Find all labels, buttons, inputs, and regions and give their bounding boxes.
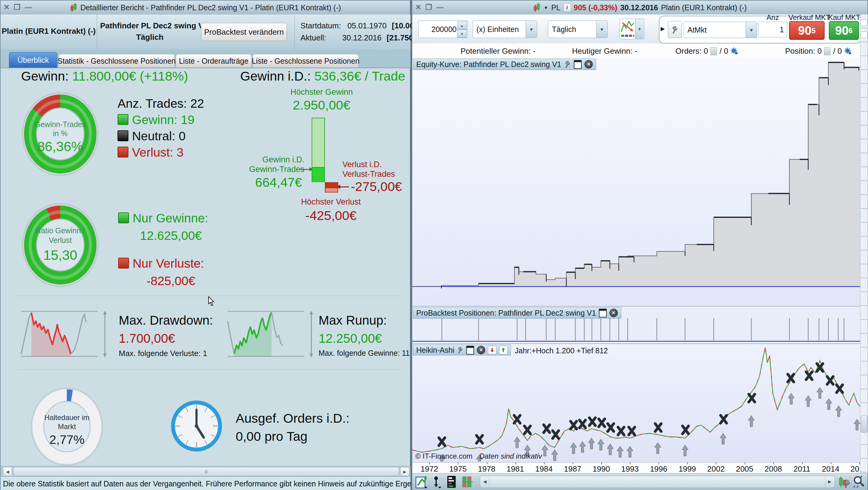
equity-panel[interactable]: Equity-Kurve: Pathfinder PL Dec2 swing V… <box>412 58 860 307</box>
scale-handle[interactable] <box>861 415 867 433</box>
quantity-stepper[interactable]: 200000 ▲ ▼ <box>418 21 468 38</box>
heikin-ashi-chart[interactable] <box>412 344 860 462</box>
ratio-donut <box>18 200 102 290</box>
new-order-icon[interactable] <box>415 475 428 489</box>
donut2-value: 15,30 <box>18 248 102 263</box>
quantity-value[interactable]: 200000 <box>418 21 457 38</box>
tab-geschlossene-positionen[interactable]: Liste - Geschlossene Positionen <box>253 54 359 67</box>
buy-arrow-icon[interactable] <box>499 346 507 354</box>
tab-ueberblick[interactable]: Überblick <box>9 52 57 67</box>
scroll-right-button[interactable]: ▶ <box>400 467 409 476</box>
buy-label: Kauf MKT <box>828 13 858 22</box>
pnl-info-row: Potentieller Gewinn: - Heutiger Gewinn: … <box>412 44 867 58</box>
gear-icon[interactable] <box>731 47 738 55</box>
neutral-legend-swatch <box>118 131 128 141</box>
price-scale-strip[interactable] <box>860 15 868 473</box>
right-arrow-icon: ▶ <box>403 469 406 474</box>
report-titlebar[interactable]: ✕ ❐ — Detaillierter Bericht - Pathfinder… <box>1 1 410 15</box>
scroll-left-button[interactable]: ◀ <box>481 477 490 486</box>
anz-input[interactable]: 1 <box>758 22 787 37</box>
divider <box>97 15 97 50</box>
buy-price-decimal: 6 <box>849 26 852 34</box>
dropdown-button[interactable]: ▼ <box>526 21 537 38</box>
equity-panel-header[interactable]: Equity-Kurve: Pathfinder PL Dec2 swing V… <box>413 59 596 70</box>
report-hscrollbar[interactable]: ◀ ≡ ▶ <box>1 466 410 477</box>
info-icon[interactable]: i <box>564 3 571 12</box>
copyright-text: © IT-Finance.com <box>415 452 472 460</box>
chevron-down-icon[interactable]: ▼ <box>544 5 548 10</box>
dropdown-icon: ▼ <box>638 27 642 31</box>
left-arrow-icon: ◀ <box>6 469 9 474</box>
dropdown-button[interactable]: ▼ <box>746 22 757 38</box>
order-settings-button[interactable] <box>668 21 682 38</box>
gewinn-headline: Gewinn: 11.800,00€ (+118%) <box>19 69 190 84</box>
backtest-settings-icon[interactable] <box>838 475 850 489</box>
heikin-panel-header[interactable]: Heikin-Ashi ✕ <box>413 345 511 355</box>
clock-icon <box>170 400 223 453</box>
candlestick-icon <box>70 3 78 12</box>
year-tick-label: 2014 <box>822 464 839 474</box>
timeframe-dropdown[interactable]: Täglich ▼ <box>548 21 608 38</box>
chart-type-button[interactable]: ▼ <box>620 19 644 39</box>
donut3-label1: Haltedauer im <box>28 413 106 422</box>
positions-panel[interactable]: ProBacktest Positionen: Pathfinder PL De… <box>412 307 860 344</box>
dropdown-button[interactable]: ▼ <box>596 21 607 38</box>
units-dropdown[interactable]: (x) Einheiten ▼ <box>472 21 537 38</box>
down-arrow-icon: ▼ <box>461 32 464 36</box>
detach-window-icon[interactable] <box>574 60 582 69</box>
detach-window-icon[interactable] <box>466 346 474 354</box>
order-list-icon[interactable] <box>710 47 717 55</box>
tab-label: Liste - Geschlossene Positionen <box>252 57 359 65</box>
sell-market-button[interactable]: 905 <box>789 21 825 40</box>
year-tick-label: 1987 <box>564 464 581 474</box>
dropdown-button[interactable]: ▼ <box>635 19 644 39</box>
year-tick-label: 2008 <box>765 464 782 474</box>
tab-statistik[interactable]: Statistik - Geschlossene Positionen <box>59 54 175 67</box>
wrench-icon[interactable] <box>564 61 571 68</box>
close-glyph: ✕ <box>479 347 483 353</box>
scroll-left-button[interactable]: ◀ <box>3 467 12 476</box>
positions-panel-header[interactable]: ProBacktest Positionen: Pathfinder PL De… <box>413 307 621 319</box>
close-icon[interactable]: ✕ <box>477 346 485 354</box>
chart-bottom-toolbar: ◀ ▶ <box>412 473 867 490</box>
window-title: Detaillierter Bericht - Pathfinder PL De… <box>81 3 341 12</box>
info-glyph: i <box>566 4 568 11</box>
chart-hscrollbar[interactable]: ◀ ▶ <box>480 476 835 488</box>
positions-grid-icon[interactable] <box>462 476 474 488</box>
sell-price: 90 <box>798 24 812 37</box>
order-type-dropdown[interactable]: AtMkt ▼ <box>684 22 757 38</box>
close-icon[interactable]: ✕ <box>610 309 618 317</box>
arrow-left-icon <box>340 186 349 188</box>
probacktest-button[interactable]: ProBacktest verändern <box>201 23 287 41</box>
stepper-down-button[interactable]: ▼ <box>457 30 467 38</box>
scale-option-box[interactable] <box>861 31 867 38</box>
equity-panel-title: Equity-Kurve: Pathfinder PL Dec2 swing V… <box>416 60 561 69</box>
heikin-ashi-panel[interactable]: Heikin-Ashi ✕ Jahr:+Hoch 1.200 +Tief 812… <box>412 344 860 462</box>
pointer-tool-icon[interactable] <box>432 475 442 489</box>
dropdown-icon: ▼ <box>749 27 754 33</box>
detach-window-icon[interactable] <box>599 309 607 317</box>
gear-icon[interactable] <box>844 47 852 55</box>
buy-market-button[interactable]: 906 <box>829 21 859 40</box>
wrench-icon[interactable] <box>457 347 464 353</box>
watchlist-icon[interactable] <box>446 475 457 489</box>
sell-arrow-icon[interactable] <box>488 346 496 354</box>
nur-gewinne-label: Nur Gewinne: <box>133 211 208 225</box>
report-header: Platin (EUR1 Kontrakt) (-) Pathfinder PL… <box>1 15 410 50</box>
scale-option-box[interactable] <box>861 19 867 26</box>
zoom-icon[interactable] <box>852 474 866 489</box>
position-list-icon[interactable] <box>824 47 831 55</box>
close-icon[interactable]: ✕ <box>584 60 593 68</box>
year-tick-label: 2002 <box>707 464 725 474</box>
scrollbar-thumb[interactable]: ≡ <box>13 467 399 476</box>
chart-titlebar[interactable]: ✕ ❐ — ▼ PL i 905 (-0,33%) 30.12.2016 Pla… <box>412 1 867 15</box>
expander-icon[interactable]: ▶ <box>661 25 665 32</box>
year-tick-label: 1972 <box>421 464 438 474</box>
instrument-code: PL <box>551 3 561 12</box>
scroll-right-button[interactable]: ▶ <box>825 477 834 486</box>
equity-curve-chart[interactable] <box>412 58 860 305</box>
current-date-row: Aktuell: 30.12.2016 [21.750 €] <box>301 33 422 42</box>
tab-orderauftraege[interactable]: Liste - Orderaufträge <box>176 54 252 67</box>
stepper-up-button[interactable]: ▲ <box>457 22 467 30</box>
neutral-count: Neutral: 0 <box>132 129 186 143</box>
